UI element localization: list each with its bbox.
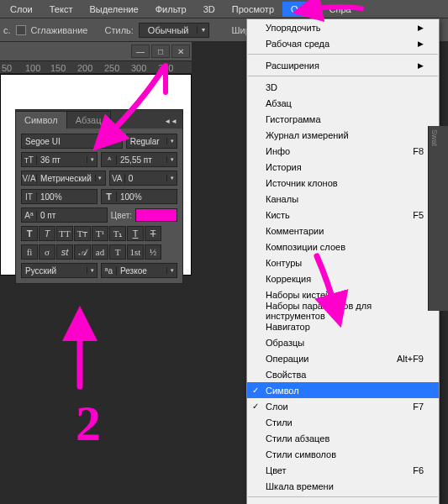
menu-text[interactable]: Текст (41, 2, 82, 17)
menu-item[interactable]: Свойства (247, 366, 439, 382)
tab-paragraph[interactable]: Абзац (67, 111, 111, 129)
ruler-tick: 100 (25, 63, 40, 73)
menu-item[interactable]: КистьF5 (247, 207, 439, 223)
menu-item[interactable]: ✓Параметры (247, 500, 439, 504)
leading-field[interactable]: ᴬ25,55 пт▾ (101, 152, 177, 167)
style-value: Обычный (140, 24, 198, 36)
ruler-tick: 200 (77, 63, 92, 73)
menu-item[interactable]: Стили (247, 414, 439, 430)
menu-item[interactable]: Комментарии (247, 223, 439, 239)
ot-script-button[interactable]: 𝒜 (74, 244, 91, 260)
panel-collapse-icon[interactable]: ◄◄ (159, 114, 182, 129)
menu-item[interactable]: Рабочая среда▶ (247, 35, 439, 51)
smoothing-checkbox[interactable] (16, 25, 26, 35)
ot-stylistic-button[interactable]: T (109, 244, 126, 260)
label-cs: с. (3, 25, 11, 35)
hscale-field[interactable]: T100% (101, 189, 177, 204)
menu-item[interactable]: Образцы (247, 334, 439, 350)
menu-item[interactable]: Абзац (247, 95, 439, 111)
language-dropdown[interactable]: Русский▾ (21, 263, 98, 278)
ruler-tick: 50 (2, 63, 12, 73)
menu-item[interactable]: ЦветF6 (247, 462, 439, 478)
collapsed-panel[interactable]: Swat (428, 126, 448, 311)
ot-ordinals-button[interactable]: 1st (127, 244, 144, 260)
annotation-number-2: 2 (76, 395, 101, 453)
kerning-icon: V/A (22, 174, 37, 183)
italic-button[interactable]: T (39, 226, 55, 241)
ruler-tick: 250 (104, 63, 119, 73)
panel-tabs: Символ Абзац ◄◄ (16, 110, 182, 129)
menubar: Слои Текст Выделение Фильтр 3D Просмотр … (0, 0, 448, 18)
font-size-field[interactable]: тT36 пт▾ (21, 152, 98, 167)
font-size-icon: тT (22, 155, 37, 165)
subscript-button[interactable]: T₁ (109, 226, 126, 241)
vscale-icon: IT (22, 192, 37, 202)
menu-item[interactable]: Стили символов (247, 446, 439, 462)
maximize-button[interactable]: □ (151, 45, 170, 58)
bold-button[interactable]: T (21, 226, 38, 241)
ot-titling-button[interactable]: ad (92, 244, 108, 260)
ot-swash-button[interactable]: st (56, 244, 73, 260)
character-panel: Символ Абзац ◄◄ Segoe UI▾ Regular▾ тT36 … (15, 109, 183, 284)
baseline-field[interactable]: Aª0 пт (21, 207, 108, 223)
allcaps-button[interactable]: TT (56, 226, 73, 241)
antialias-dropdown[interactable]: ªaРезкое▾ (101, 263, 177, 278)
font-family-dropdown[interactable]: Segoe UI▾ (21, 134, 123, 149)
ruler-tick: 300 (131, 63, 146, 73)
menu-item[interactable]: Композиции слоев (247, 239, 439, 255)
baseline-icon: Aª (22, 211, 37, 220)
close-button[interactable]: ✕ (171, 45, 190, 58)
leading-icon: ᴬ (102, 155, 117, 165)
menu-help[interactable]: Спра (321, 2, 360, 17)
ot-sigma-button[interactable]: σ (39, 244, 55, 260)
menu-item[interactable]: Каналы (247, 191, 439, 207)
ot-fractions-button[interactable]: ½ (145, 244, 161, 260)
menu-item[interactable]: Наборы параметров для инструментов (247, 302, 439, 318)
ruler-tick: 150 (50, 63, 66, 73)
tab-character[interactable]: Символ (16, 111, 67, 129)
text-color-swatch[interactable] (135, 208, 177, 222)
ruler-tick: 350 (158, 63, 173, 73)
menu-select[interactable]: Выделение (81, 2, 146, 17)
menu-item[interactable]: Коррекция (247, 270, 439, 286)
menu-item[interactable]: ОперацииAlt+F9 (247, 350, 439, 366)
ot-fi-button[interactable]: fi (21, 244, 38, 260)
menu-item[interactable]: Гистограмма (247, 111, 439, 127)
style-dropdown[interactable]: Обычный ▾ (139, 23, 210, 38)
menu-item[interactable]: ✓СлоиF7 (247, 398, 439, 414)
menu-3d[interactable]: 3D (195, 2, 224, 17)
menu-item[interactable]: Стили абзацев (247, 430, 439, 446)
minimize-button[interactable]: — (131, 45, 150, 58)
vscale-field[interactable]: IT100% (21, 189, 98, 204)
menu-item[interactable]: 3D (247, 79, 439, 95)
window-menu-dropdown: Упорядочить▶Рабочая среда▶Расширения▶3DА… (246, 18, 440, 504)
menu-item[interactable]: Журнал измерений (247, 127, 439, 143)
font-weight-dropdown[interactable]: Regular▾ (126, 134, 177, 149)
menu-item[interactable]: Источник клонов (247, 175, 439, 191)
kerning-field[interactable]: V/AМетрический▾ (21, 171, 106, 186)
menu-item[interactable]: ИнфоF8 (247, 143, 439, 159)
menu-view[interactable]: Просмотр (224, 2, 282, 17)
superscript-button[interactable]: T¹ (92, 226, 108, 241)
color-label: Цвет: (111, 211, 132, 220)
side-tab[interactable]: Swat (429, 126, 440, 150)
menu-filter[interactable]: Фильтр (147, 2, 195, 17)
text-style-buttons: T T TT Tᴛ T¹ T₁ T T (21, 226, 177, 241)
menu-window[interactable]: Окно (282, 2, 321, 17)
menu-layers[interactable]: Слои (2, 2, 41, 17)
smallcaps-button[interactable]: Tᴛ (74, 226, 91, 241)
menu-item[interactable]: Контуры (247, 255, 439, 270)
menu-item[interactable]: Расширения▶ (247, 57, 439, 73)
menu-item[interactable]: Упорядочить▶ (247, 19, 439, 35)
menu-item[interactable]: История (247, 159, 439, 175)
tracking-icon: VA (110, 174, 125, 183)
menu-item[interactable]: ✓Символ (247, 382, 439, 398)
tracking-field[interactable]: VA0▾ (109, 171, 177, 186)
strikethrough-button[interactable]: T (145, 226, 161, 241)
horizontal-ruler: 50 100 150 200 250 300 350 (0, 60, 192, 74)
menu-item[interactable]: Шкала времени (247, 478, 439, 494)
menu-item[interactable]: Навигатор (247, 318, 439, 334)
underline-button[interactable]: T (127, 226, 144, 241)
opentype-buttons: fi σ st 𝒜 ad T 1st ½ (21, 244, 177, 260)
aa-icon: ªa (102, 266, 117, 276)
